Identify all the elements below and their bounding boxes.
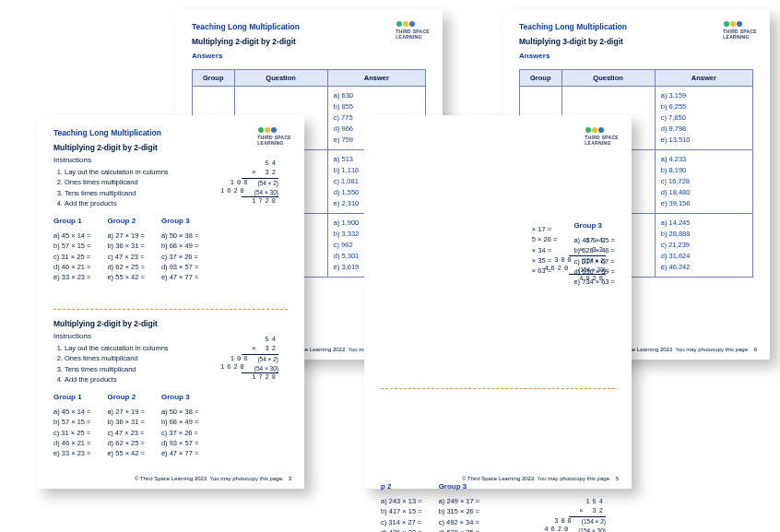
svg-point-8 — [598, 127, 604, 133]
th-question: Question — [561, 70, 655, 87]
group-col: Group 2 a) 27 × 19 = b) 36 × 31 = c) 47 … — [107, 392, 144, 458]
svg-point-9 — [258, 127, 264, 133]
cut-line — [53, 309, 288, 310]
th-group: Group — [520, 70, 562, 87]
svg-point-4 — [730, 21, 736, 27]
doc-title: Teaching Long Multiplication — [53, 128, 288, 137]
worked-example: 154 × 32 308(154 × 2) 4620(154 × 30) 492… — [544, 237, 606, 284]
worked-example: 154 × 32 308(154 × 2) 4620(154 × 30) 492… — [544, 498, 606, 532]
svg-point-0 — [396, 21, 402, 27]
svg-point-10 — [265, 127, 270, 133]
answers-label: Answers — [192, 52, 426, 60]
group-col: Group 3 a) 50 × 38 = b) 68 × 49 = c) 37 … — [161, 392, 198, 458]
svg-point-2 — [409, 21, 415, 27]
svg-point-6 — [585, 127, 591, 133]
answers-label: Answers — [519, 52, 753, 60]
cut-line — [381, 388, 615, 389]
worked-example: 54 × 32 108(54 × 2) 1620(54 × 30) 1728 — [220, 336, 278, 383]
brand-logo: THIRD SPACELEARNING — [585, 126, 619, 146]
doc-title: Teaching Long Multiplication — [519, 22, 753, 31]
group-col: Group 1 a) 45 × 14 = b) 57 × 15 = c) 31 … — [53, 216, 90, 282]
page-footer: © Third Space Learning 2022. You may pho… — [135, 476, 291, 481]
brand-logo: THIRD SPACELEARNING — [396, 20, 430, 40]
svg-point-11 — [271, 127, 277, 133]
group-col: p 2 a) 243 × 13 = b) 417 × 15 = c) 314 ×… — [381, 481, 422, 532]
group-col: Group 2 a) 27 × 19 = b) 36 × 31 = c) 47 … — [107, 216, 144, 282]
svg-point-5 — [737, 21, 742, 27]
page-footer: © Third Space Learning 2022. You may pho… — [462, 476, 619, 481]
brand-logo: THIRD SPACELEARNING — [723, 20, 757, 40]
group-col: Group 3 a) 249 × 17 = b) 315 × 26 = c) 4… — [439, 481, 480, 532]
svg-point-1 — [403, 21, 408, 27]
subtitle: Multiplying 2-digit by 2-digit — [53, 319, 288, 328]
th-answer: Answer — [327, 70, 425, 87]
subtitle: Multiplying 3-digit by 2-digit — [519, 37, 753, 46]
worksheet-page-3digit: THIRD SPACELEARNING 154 × 32 308(154 × 2… — [364, 115, 632, 489]
th-answer: Answer — [655, 70, 752, 87]
doc-title: Teaching Long Multiplication — [192, 22, 426, 31]
subtitle: Multiplying 2-digit by 2-digit — [192, 37, 426, 46]
svg-point-3 — [724, 21, 729, 27]
svg-point-7 — [592, 127, 597, 133]
subtitle: Multiplying 2-digit by 2-digit — [53, 143, 288, 152]
th-group: Group — [193, 70, 235, 87]
group-col: Group 3 a) 50 × 38 = b) 68 × 49 = c) 37 … — [161, 216, 198, 282]
worked-example: 54 × 32 108(54 × 2) 1620(54 × 30) 1728 — [220, 160, 278, 207]
th-question: Question — [234, 70, 327, 87]
group-col: Group 1 a) 45 × 14 = b) 57 × 15 = c) 31 … — [53, 392, 90, 458]
worksheet-page-2digit: THIRD SPACELEARNING Teaching Long Multip… — [37, 115, 304, 489]
